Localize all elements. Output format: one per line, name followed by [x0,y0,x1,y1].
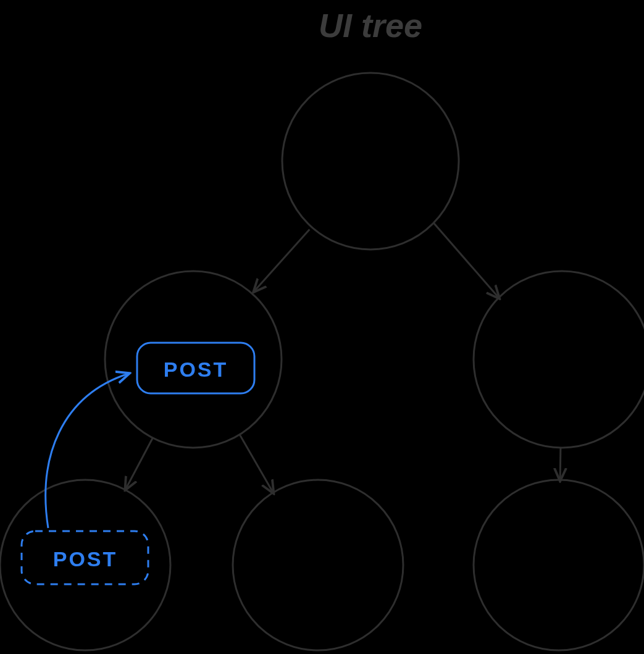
edge-left-lr [240,435,273,493]
node-right [474,271,644,448]
node-root [282,73,459,249]
edge-root-left [254,229,310,291]
edge-right-rr [560,448,561,480]
node-right-right [474,480,644,650]
post-label-solid: POST [164,358,228,381]
arrow-dashed-to-solid [46,374,128,528]
post-label-dashed: POST [53,547,118,571]
edge-left-ll [126,438,153,489]
edge-root-right [433,223,498,298]
ui-tree-diagram: UI tree POST POST [0,0,644,654]
node-left-right [233,480,403,650]
diagram-title: UI tree [319,7,422,44]
